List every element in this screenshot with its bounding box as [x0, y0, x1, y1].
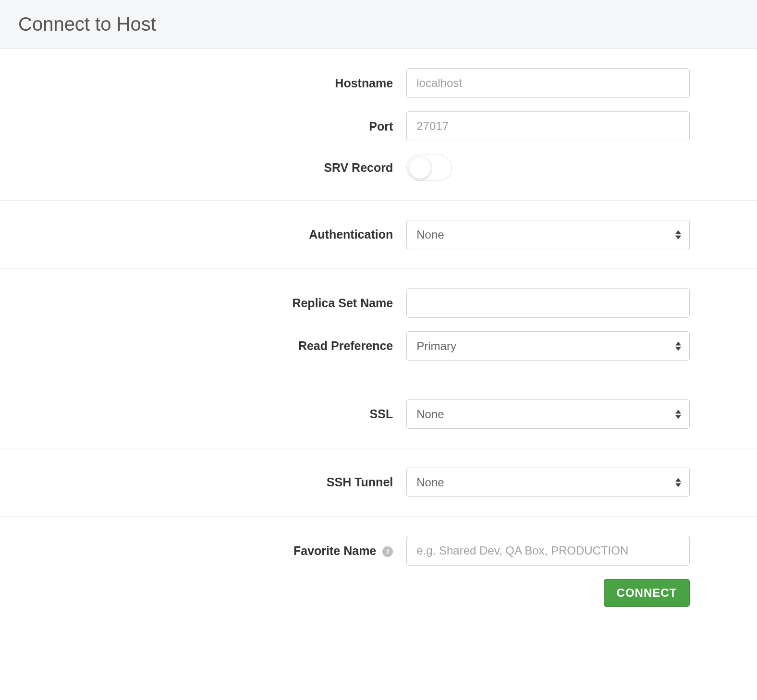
hostname-input[interactable]: [406, 68, 690, 98]
hostname-label: Hostname: [29, 76, 406, 90]
row-favorite-name: Favorite Name i: [29, 536, 728, 566]
replica-set-name-input[interactable]: [406, 288, 690, 318]
info-icon: i: [382, 546, 393, 557]
authentication-label: Authentication: [29, 228, 406, 241]
ssl-label: SSL: [29, 407, 406, 421]
authentication-select[interactable]: None: [406, 220, 690, 249]
row-srv-record: SRV Record: [29, 155, 728, 181]
favorite-name-label-text: Favorite Name: [293, 544, 376, 557]
ssh-tunnel-select[interactable]: None: [406, 468, 690, 497]
row-port: Port: [29, 111, 728, 141]
favorite-name-label: Favorite Name i: [29, 544, 406, 558]
row-read-preference: Read Preference Primary: [29, 331, 728, 361]
row-replica-set-name: Replica Set Name: [29, 288, 728, 318]
section-ssl: SSL None: [0, 380, 757, 448]
read-preference-label: Read Preference: [29, 339, 406, 353]
read-preference-select[interactable]: Primary: [406, 331, 690, 361]
row-ssh-tunnel: SSH Tunnel None: [29, 468, 728, 497]
row-ssl: SSL None: [29, 399, 728, 429]
srv-record-toggle[interactable]: [406, 155, 452, 181]
section-replica: Replica Set Name Read Preference Primary: [0, 269, 757, 380]
section-favorite: Favorite Name i CONNECT: [0, 517, 757, 626]
section-authentication: Authentication None: [0, 201, 757, 269]
port-input[interactable]: [406, 111, 690, 141]
row-hostname: Hostname: [29, 68, 728, 98]
connect-button[interactable]: CONNECT: [604, 579, 690, 607]
page-title: Connect to Host: [18, 13, 739, 35]
row-actions: CONNECT: [29, 579, 728, 607]
section-ssh-tunnel: SSH Tunnel None: [0, 448, 757, 517]
section-host: Hostname Port SRV Record: [0, 49, 757, 201]
ssl-select[interactable]: None: [406, 399, 690, 429]
srv-record-label: SRV Record: [29, 161, 406, 175]
favorite-name-input[interactable]: [406, 536, 690, 566]
page-header: Connect to Host: [0, 0, 757, 49]
toggle-knob-icon: [409, 157, 431, 179]
ssh-tunnel-label: SSH Tunnel: [29, 475, 406, 489]
row-authentication: Authentication None: [29, 220, 728, 249]
port-label: Port: [29, 120, 406, 133]
replica-set-name-label: Replica Set Name: [29, 296, 406, 310]
